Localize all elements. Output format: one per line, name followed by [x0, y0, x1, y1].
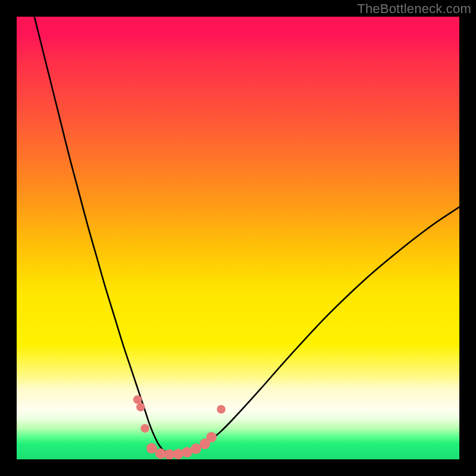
curve-group	[35, 17, 459, 454]
plot-area	[17, 17, 459, 459]
bottleneck-curve-path	[35, 17, 459, 454]
markers-group	[133, 395, 226, 459]
bottleneck-curve-svg	[17, 17, 459, 459]
curve-marker	[136, 403, 145, 412]
curve-marker	[173, 449, 184, 459]
watermark-label: TheBottleneck.com	[357, 1, 471, 17]
curve-marker	[133, 395, 142, 404]
chart-frame: TheBottleneck.com	[0, 0, 476, 476]
curve-marker	[190, 443, 201, 454]
curve-marker	[206, 432, 217, 443]
curve-marker	[146, 443, 157, 454]
curve-marker	[217, 405, 226, 414]
curve-marker	[140, 424, 149, 433]
